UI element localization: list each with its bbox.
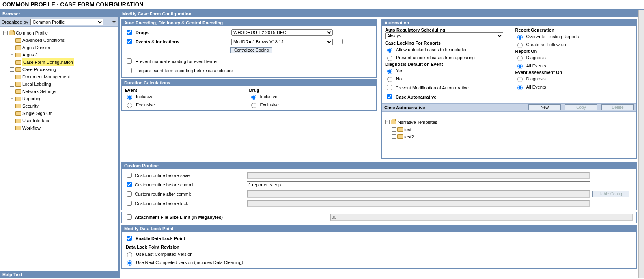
- before-commit-checkbox[interactable]: [127, 182, 132, 187]
- tree-item-label[interactable]: Workflow: [22, 124, 41, 132]
- tree-item[interactable]: Advanced Conditions: [10, 37, 116, 44]
- duration-header: Duration Calculations: [122, 80, 376, 86]
- narr-new-button[interactable]: New: [528, 104, 561, 110]
- events-select[interactable]: MedDRA J Brows V18.1J: [231, 39, 333, 45]
- tree-item-label[interactable]: Local Labeling: [22, 80, 51, 88]
- tree-item-label[interactable]: Document Management: [22, 73, 70, 80]
- drug-exclusive-radio[interactable]: [251, 103, 256, 108]
- tree-item-label[interactable]: Case Form Configuration: [22, 58, 74, 66]
- tree-item[interactable]: Document Management: [10, 73, 116, 80]
- table-config-button[interactable]: Table Config: [592, 191, 629, 197]
- before-lock-checkbox[interactable]: [127, 201, 132, 206]
- narr-root-label[interactable]: Narrative Templates: [398, 119, 437, 126]
- auto-reg-select[interactable]: Always: [385, 32, 503, 39]
- tree-item[interactable]: Network Settings: [10, 88, 116, 95]
- attachment-row: Attachment File Size Limit (in Megabytes…: [121, 212, 637, 223]
- tree-item[interactable]: +Argus J: [10, 51, 116, 58]
- tree-expand-icon[interactable]: +: [392, 134, 396, 139]
- after-commit-checkbox[interactable]: [127, 191, 132, 197]
- reporton-all-radio[interactable]: [517, 64, 523, 69]
- dropdown-indicator-icon[interactable]: [112, 21, 116, 23]
- followup-radio[interactable]: [517, 43, 523, 48]
- drug-inclusive-radio[interactable]: [251, 95, 256, 100]
- tree-expand-icon[interactable]: +: [392, 127, 396, 132]
- drug-inclusive-label: Inclusive: [260, 94, 278, 99]
- tree-spacer: [10, 45, 14, 50]
- tree-item[interactable]: Argus Dossier: [10, 44, 116, 51]
- reporton-diag-radio[interactable]: [517, 56, 523, 61]
- tree-item[interactable]: +Local Labeling: [10, 80, 116, 88]
- report-on-label: Report On: [515, 49, 633, 54]
- case-autonarr-checkbox[interactable]: [387, 94, 392, 99]
- tree-item[interactable]: User Interface: [10, 117, 116, 124]
- tree-item-label[interactable]: User Interface: [22, 117, 50, 124]
- vertical-scrollbar[interactable]: [638, 10, 644, 278]
- use-last-radio[interactable]: [127, 252, 132, 257]
- tree-item-label[interactable]: Network Settings: [22, 88, 56, 95]
- tree-item[interactable]: Case Form Configuration: [10, 58, 116, 66]
- tree-item-label[interactable]: Reporting: [22, 95, 42, 102]
- attach-limit-checkbox[interactable]: [127, 214, 132, 220]
- attach-limit-input: [330, 214, 633, 221]
- events-checkbox[interactable]: [127, 39, 132, 44]
- folder-icon: [15, 89, 21, 94]
- tree-item-label[interactable]: Advanced Conditions: [22, 37, 65, 44]
- main-header: Modify Case Form Configuration: [120, 10, 638, 17]
- narr-copy-button[interactable]: Copy: [565, 104, 597, 110]
- narr-item[interactable]: test: [404, 126, 411, 133]
- overwrite-radio[interactable]: [517, 35, 523, 40]
- prevent-unlocked-radio[interactable]: [387, 56, 392, 61]
- tree-item[interactable]: +Case Processing: [10, 66, 116, 73]
- tree-item-label[interactable]: Argus J: [22, 51, 37, 58]
- diag-no-radio[interactable]: [387, 77, 392, 82]
- tree-item-label[interactable]: Security: [22, 102, 39, 110]
- allow-unlocked-label: Allow unlocked cases to be included: [396, 47, 468, 52]
- require-encoding-checkbox[interactable]: [127, 68, 132, 73]
- diag-no-label: No: [396, 76, 402, 81]
- prevent-mod-checkbox[interactable]: [387, 85, 392, 90]
- tree-item-label[interactable]: Argus Dossier: [22, 44, 50, 51]
- organized-by-select[interactable]: Common Profile: [30, 19, 103, 25]
- tree-item-label[interactable]: Case Processing: [22, 66, 56, 73]
- help-text-header: Help Text: [0, 271, 118, 278]
- before-save-checkbox[interactable]: [127, 173, 132, 178]
- diag-yes-radio[interactable]: [387, 69, 392, 74]
- tree-expand-icon[interactable]: +: [10, 53, 14, 57]
- assess-all-radio[interactable]: [517, 85, 523, 90]
- drugs-checkbox[interactable]: [127, 30, 132, 35]
- use-next-radio[interactable]: [127, 260, 132, 266]
- before-commit-input[interactable]: [247, 181, 590, 188]
- tree-expand-icon[interactable]: +: [10, 82, 14, 87]
- events-extra-checkbox[interactable]: [338, 39, 343, 44]
- browser-tree[interactable]: − Common Profile Advanced ConditionsArgu…: [0, 27, 118, 271]
- folder-icon: [15, 67, 21, 72]
- autonarrative-tree[interactable]: −Narrative Templates +test +test2: [382, 112, 636, 158]
- tree-root-label[interactable]: Common Profile: [16, 29, 48, 37]
- drugs-select[interactable]: WHODRUG B2 2015-DEC: [231, 29, 333, 36]
- event-exclusive-radio[interactable]: [127, 103, 132, 108]
- duration-drug-label: Drug: [249, 88, 373, 93]
- narr-delete-button[interactable]: Delete: [601, 104, 634, 110]
- assess-all-label: All Events: [526, 84, 546, 89]
- tree-item[interactable]: Workflow: [10, 124, 116, 132]
- tree-expand-icon[interactable]: +: [10, 67, 14, 72]
- assess-diag-radio[interactable]: [517, 77, 523, 82]
- allow-unlocked-radio[interactable]: [387, 48, 392, 53]
- encoding-header: Auto Encoding, Dictionary & Central Enco…: [122, 19, 376, 26]
- autonarrative-bar: Case Autonarrative New Copy Delete: [382, 103, 636, 112]
- tree-item[interactable]: +Reporting: [10, 95, 116, 102]
- tree-expand-icon[interactable]: +: [10, 97, 14, 101]
- tree-item-label[interactable]: Single Sign-On: [22, 110, 52, 117]
- event-inclusive-radio[interactable]: [127, 95, 132, 100]
- narr-item[interactable]: test2: [404, 133, 414, 141]
- tree-item[interactable]: Single Sign-On: [10, 110, 116, 117]
- enable-dlp-checkbox[interactable]: [127, 236, 132, 241]
- main-panel: Modify Case Form Configuration Auto Enco…: [120, 10, 638, 278]
- centralized-coding-button[interactable]: Centralized Coding: [230, 47, 272, 53]
- tree-collapse-icon[interactable]: −: [3, 31, 8, 35]
- tree-item[interactable]: +Security: [10, 102, 116, 110]
- tree-expand-icon[interactable]: +: [10, 104, 14, 108]
- tree-collapse-icon[interactable]: −: [385, 120, 390, 124]
- folder-icon: [15, 60, 21, 65]
- prevent-manual-checkbox[interactable]: [127, 58, 132, 64]
